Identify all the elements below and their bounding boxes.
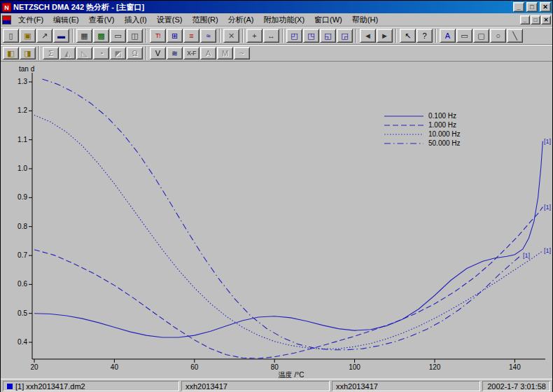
menu-item-5[interactable]: 范围(R): [187, 13, 223, 27]
close-button[interactable]: ✕: [540, 2, 551, 12]
curve-settings-button[interactable]: ≈: [200, 29, 216, 43]
series-curve-0: [34, 141, 542, 337]
toolbar-separator: [146, 29, 147, 43]
y-tick-label: 0.7: [18, 251, 27, 259]
context-help-button[interactable]: ?: [416, 29, 433, 43]
print-button[interactable]: ▭: [110, 29, 126, 43]
status-file-panel: [1] xxh2013417.dm2: [3, 381, 179, 391]
mdi-close-button[interactable]: ✕: [541, 15, 551, 24]
menu-item-4[interactable]: 设置(S): [152, 13, 188, 27]
app-icon: N: [2, 3, 11, 12]
mdi-minimize-button[interactable]: _: [520, 15, 530, 24]
menu-item-0[interactable]: 文件(F): [13, 13, 48, 27]
analysis-onset-button[interactable]: ◺: [76, 47, 92, 59]
zoom-y-button[interactable]: ◳: [303, 29, 319, 43]
x-tick-label: 80: [271, 363, 279, 371]
x-axis-title: 温度 /°C: [279, 371, 304, 379]
chart-area: 0.40.50.60.70.80.91.01.11.21.32040608010…: [1, 62, 552, 379]
rect-tool-button[interactable]: ▭: [456, 29, 472, 43]
y-tick-label: 0.9: [18, 193, 27, 201]
data-table-button[interactable]: ≡: [183, 29, 200, 43]
y-tick-label: 0.8: [18, 223, 27, 230]
menu-item-6[interactable]: 分析(A): [223, 13, 259, 27]
segment-prev-button[interactable]: ◧: [3, 47, 19, 59]
window-title: NETZSCH DMA 242 热分析 - [主窗口]: [13, 2, 511, 13]
series-curve-1: [34, 207, 542, 358]
segment-next-button[interactable]: ◨: [20, 47, 36, 59]
zoom-reset-button[interactable]: ◲: [337, 29, 353, 43]
status-bar: [1] xxh2013417.dm2 xxh2013417 xxh2013417…: [1, 379, 552, 392]
wave-button[interactable]: ~: [234, 47, 250, 59]
zoom-window-button[interactable]: ◱: [320, 29, 336, 43]
fit-range-button[interactable]: ↔: [263, 29, 279, 43]
x-tick-label: 40: [111, 363, 119, 371]
menu-item-1[interactable]: 编辑(E): [48, 13, 84, 27]
axis-settings-button[interactable]: ⊞: [167, 29, 183, 43]
crosshair-button[interactable]: +: [246, 29, 262, 43]
x-tick-label: 20: [30, 363, 38, 371]
value-marker-button[interactable]: V: [150, 47, 166, 59]
save-button[interactable]: ▬: [53, 29, 69, 43]
menu-item-2[interactable]: 查看(V): [84, 13, 120, 27]
import-button[interactable]: ↗: [36, 29, 52, 43]
y-tick-label: 0.5: [18, 309, 27, 317]
menu-item-3[interactable]: 插入(I): [119, 13, 151, 27]
analysis-peak-button[interactable]: ◭: [59, 47, 76, 59]
menu-bar-items: 文件(F)编辑(E)查看(V)插入(I)设置(S)范围(R)分析(A)附加功能(…: [13, 13, 383, 27]
tan-delta-chart: 0.40.50.60.70.80.91.01.11.21.32040608010…: [1, 62, 553, 379]
toolbar-separator: [356, 29, 357, 43]
child-window-icon[interactable]: [2, 15, 11, 24]
status-sample2-panel: xxh2013417: [332, 381, 480, 391]
y-tick-label: 1.3: [18, 78, 27, 85]
m-marker-button[interactable]: M: [217, 47, 233, 59]
zoom-x-button[interactable]: ◰: [286, 29, 302, 43]
curve-color-chip: [7, 384, 13, 389]
status-file-text: [1] xxh2013417.dm2: [15, 382, 85, 391]
roundrect-tool-button[interactable]: ▢: [473, 29, 489, 43]
toolbar-separator: [435, 29, 437, 43]
status-datetime-panel: 2002-1-7 3:01:58: [482, 381, 550, 391]
text-tool-button[interactable]: A: [440, 29, 456, 43]
legend-label-2: 10.000 Hz: [428, 130, 461, 138]
x-f-button[interactable]: X-F: [183, 47, 200, 59]
toolbar-separator: [282, 29, 284, 43]
a-marker-button[interactable]: A: [200, 47, 216, 59]
insert-text-button[interactable]: T!: [150, 29, 166, 43]
curve-end-label-3: [1]: [523, 252, 530, 259]
x-tick-label: 140: [509, 363, 521, 371]
new-button[interactable]: ▯: [3, 29, 19, 43]
ellipse-tool-button[interactable]: ○: [490, 29, 506, 43]
toolbar-main: ▯▣↗▬▦▩▭◫T!⊞≡≈✕+↔◰◳◱◲◄►↖?A▭▢○╲: [1, 27, 552, 45]
analysis-area-button[interactable]: ◔: [93, 47, 109, 59]
open-button[interactable]: ▣: [20, 29, 36, 43]
curve-list-button[interactable]: ≋: [167, 47, 183, 59]
toolbar-analysis: ◧◨Σ◭◺◔◩ΩV≋X-FAM~: [1, 45, 552, 62]
menu-bar: 文件(F)编辑(E)查看(V)插入(I)设置(S)范围(R)分析(A)附加功能(…: [1, 13, 552, 27]
minimize-button[interactable]: _: [513, 2, 524, 12]
menu-item-8[interactable]: 窗口(W): [309, 13, 347, 27]
analysis-glass-button[interactable]: ◩: [110, 47, 126, 59]
x-tick-label: 120: [429, 363, 441, 371]
status-sample1-text: xxh2013417: [186, 382, 227, 391]
curve-end-label-1: [1]: [544, 204, 551, 211]
analysis-omega-button[interactable]: Ω: [127, 47, 143, 59]
menu-item-9[interactable]: 帮助(H): [347, 13, 383, 27]
toolbar-separator: [396, 29, 397, 43]
shift-right-button[interactable]: ►: [377, 29, 393, 43]
preview-button[interactable]: ◫: [127, 29, 143, 43]
legend-label-1: 1.000 Hz: [428, 121, 456, 129]
analysis-sum-button[interactable]: Σ: [43, 47, 59, 59]
shift-left-button[interactable]: ◄: [360, 29, 376, 43]
select-arrow-button[interactable]: ↖: [400, 29, 416, 43]
line-tool-button[interactable]: ╲: [507, 29, 523, 43]
x-tick-label: 60: [190, 363, 199, 371]
maximize-button[interactable]: □: [526, 2, 538, 12]
report-button[interactable]: ▩: [93, 29, 109, 43]
copy-button[interactable]: ▦: [76, 29, 92, 43]
mdi-restore-button[interactable]: □: [531, 15, 540, 24]
delete-button[interactable]: ✕: [223, 29, 239, 43]
menu-item-7[interactable]: 附加功能(X): [258, 13, 309, 27]
y-tick-label: 1.1: [18, 136, 27, 144]
curve-end-label-2: [1]: [544, 247, 551, 254]
status-sample2-text: xxh2013417: [336, 382, 378, 391]
